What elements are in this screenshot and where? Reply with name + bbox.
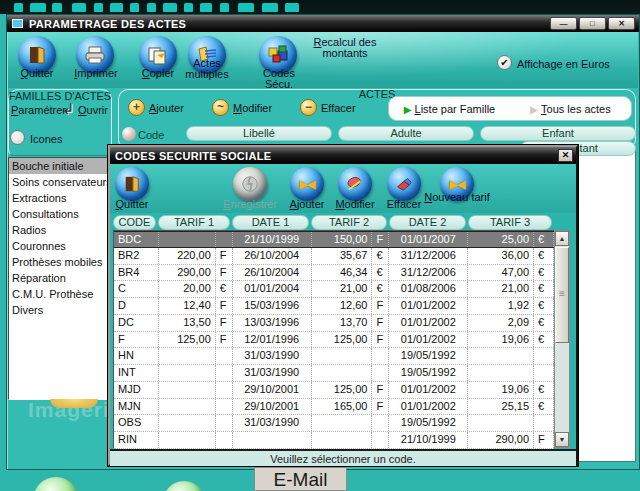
famille-list-item[interactable]: Radios: [9, 222, 108, 238]
cell-code: BR4: [114, 265, 159, 281]
imprimer-label[interactable]: Imprimer: [74, 68, 117, 79]
main-col-enfant[interactable]: Enfant: [480, 126, 636, 141]
sec-table-row[interactable]: OBS31/03/199019/05/1992: [114, 415, 554, 432]
dialog-quitter-button[interactable]: [115, 167, 149, 201]
famille-list-item[interactable]: C.M.U. Prothèse: [9, 286, 108, 302]
dialog-effacer-button[interactable]: [387, 167, 421, 201]
famille-list-item[interactable]: Soins conservateurs: [9, 174, 108, 190]
dialog-titlebar[interactable]: CODES SECURITE SOCIALE ✕: [110, 147, 576, 164]
dialog-enregistrer-label: Enregistrer: [223, 199, 277, 210]
sec-column-header[interactable]: CODE: [113, 215, 156, 230]
icones-radio-label[interactable]: Icones: [30, 133, 62, 145]
sec-table-row[interactable]: BR2220,00F26/10/200435,67€31/12/200636,0…: [114, 248, 554, 265]
sec-table-row[interactable]: D12,40F15/03/199612,60F01/01/20021,92€: [114, 298, 554, 315]
cell-date2: 01/01/2002: [389, 332, 468, 348]
cell-tarif2: [312, 415, 373, 431]
famille-list-item[interactable]: Consultations: [9, 206, 108, 222]
actes-modifier-button[interactable]: ~Modifier: [212, 99, 272, 116]
sec-column-header[interactable]: TARIF 1: [158, 215, 230, 230]
cell-tarif2: 125,00: [312, 332, 373, 348]
cell-tarif1: 125,00: [159, 332, 216, 348]
cell-cur2: F: [372, 332, 389, 348]
euros-checkbox-label[interactable]: Affichage en Euros: [517, 58, 610, 70]
famille-list-item[interactable]: Bouche initiale: [9, 158, 108, 174]
famille-list-item[interactable]: Divers: [9, 302, 108, 318]
sec-table-row[interactable]: RIN21/10/1999290,00F: [114, 432, 554, 449]
famille-list-item[interactable]: Extractions: [9, 190, 108, 206]
actes-ajouter-label[interactable]: Ajouter: [149, 102, 184, 114]
sec-table-row[interactable]: DC13,50F13/03/199613,70F01/01/20022,09€: [114, 315, 554, 332]
cell-tarif1: 290,00: [159, 265, 216, 281]
euros-checkbox[interactable]: ✔: [497, 55, 512, 70]
parametrer-link[interactable]: Paramétrer: [11, 104, 66, 116]
liste-mode-box: ▶ Liste par Famille ▶ Tous les actes: [388, 96, 632, 121]
close-button[interactable]: ✕: [608, 17, 635, 30]
sec-table-scrollbar[interactable]: ▲ ≡ ▼: [554, 230, 570, 448]
famille-list-item[interactable]: Réparation: [9, 270, 108, 286]
quitter-label[interactable]: Quitter: [20, 68, 53, 79]
dialog-modifier-button[interactable]: [338, 167, 372, 201]
sec-column-header[interactable]: DATE 2: [389, 215, 466, 230]
cell-date1: 26/10/2004: [233, 248, 312, 264]
cell-date2: 19/05/1992: [389, 365, 468, 381]
copier-label[interactable]: Copier: [142, 68, 174, 79]
sec-column-header[interactable]: TARIF 3: [468, 215, 552, 230]
scroll-down-button[interactable]: ▼: [555, 432, 569, 447]
maximize-button[interactable]: □: [579, 17, 606, 30]
sec-table[interactable]: BDC21/10/1999150,00F01/01/200725,00€BR22…: [113, 230, 554, 448]
main-col-libelle[interactable]: Libellé: [186, 126, 332, 141]
icones-radio[interactable]: [10, 130, 25, 145]
plus-icon: +: [128, 99, 145, 116]
actes-modifier-label[interactable]: Modifier: [233, 102, 272, 114]
printer-icon: [84, 45, 106, 65]
dialog-ajouter-label[interactable]: Ajouter: [290, 199, 325, 210]
cell-code: OBS: [114, 415, 159, 431]
famille-list[interactable]: Bouche initialeSoins conservateursExtrac…: [8, 157, 109, 400]
cell-cur2: F: [372, 399, 389, 415]
scrollbar-thumb[interactable]: ≡: [555, 247, 569, 343]
cell-cur1: [216, 365, 233, 381]
main-window-titlebar[interactable]: PARAMETRAGE DES ACTES — □ ✕: [7, 15, 639, 32]
sec-table-row[interactable]: INT31/03/199019/05/1992: [114, 365, 554, 382]
sec-column-header[interactable]: TARIF 2: [311, 215, 387, 230]
ouvrir-link[interactable]: Ouvrir: [78, 104, 108, 116]
actes-effacer-label[interactable]: Effacer: [321, 102, 356, 114]
main-col-adulte[interactable]: Adulte: [338, 126, 474, 141]
minimize-button[interactable]: —: [550, 17, 577, 30]
green-sphere-button-2[interactable]: [163, 481, 205, 491]
sec-table-row[interactable]: BDC21/10/1999150,00F01/01/200725,00€: [114, 231, 554, 248]
cell-date2: 21/10/1999: [389, 432, 468, 448]
actes-effacer-button[interactable]: −Effacer: [300, 99, 356, 116]
sec-table-row[interactable]: HN31/03/199019/05/1992: [114, 348, 554, 365]
recalcul-montants-link[interactable]: Recalcul des montants: [310, 37, 380, 59]
dialog-enregistrer-button: [233, 167, 267, 201]
sec-table-row[interactable]: MJN29/10/2001165,00F01/01/200225,15€: [114, 399, 554, 416]
cell-date1: [233, 432, 312, 448]
sec-table-row[interactable]: C20,00€01/01/200421,00€01/08/200621,00€: [114, 281, 554, 298]
famille-list-item[interactable]: Couronnes: [9, 238, 108, 254]
cell-tarif3: 290,00: [468, 432, 534, 448]
green-sphere-button[interactable]: [33, 477, 79, 491]
cell-code: DC: [114, 315, 159, 331]
dialog-quitter-label[interactable]: Quitter: [115, 199, 148, 210]
scroll-up-button[interactable]: ▲: [555, 231, 569, 246]
cell-cur3: €: [534, 281, 554, 297]
dialog-close-button[interactable]: ✕: [558, 149, 573, 162]
cell-cur2: €: [372, 281, 389, 297]
sec-table-row[interactable]: BR4290,00F26/10/200446,34€31/12/200647,0…: [114, 265, 554, 282]
actes-multiples-label[interactable]: Actes multiples: [181, 58, 233, 80]
dialog-ajouter-button[interactable]: ▶◀: [290, 167, 324, 201]
email-button[interactable]: E-Mail: [254, 467, 347, 491]
famille-list-item[interactable]: Prothèses mobiles: [9, 254, 108, 270]
dialog-modifier-label[interactable]: Modifier: [335, 199, 374, 210]
sec-table-row[interactable]: F125,00F12/01/1996125,00F01/01/200219,06…: [114, 332, 554, 349]
main-col-code[interactable]: Code: [138, 129, 164, 141]
sec-column-header[interactable]: DATE 1: [232, 215, 309, 230]
actes-ajouter-button[interactable]: +Ajouter: [128, 99, 184, 116]
liste-par-famille-button[interactable]: ▶ Liste par Famille: [389, 103, 510, 115]
tous-les-actes-button[interactable]: ▶ Tous les actes: [510, 103, 631, 115]
dialog-nouveau-tarif-label[interactable]: Nouveau tarif: [422, 192, 492, 203]
cell-cur3: €: [534, 265, 554, 281]
codes-secu-label[interactable]: Codes Sécu.: [248, 68, 310, 90]
sec-table-row[interactable]: MJD29/10/2001125,00F01/01/200219,06€: [114, 382, 554, 399]
